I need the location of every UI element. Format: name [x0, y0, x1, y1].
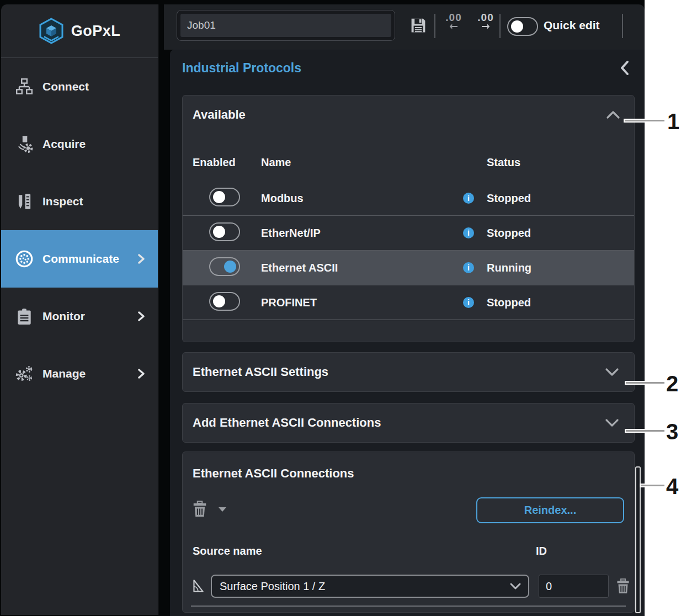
protocol-name: PROFINET — [261, 296, 463, 309]
protocol-enable-toggle[interactable] — [209, 222, 240, 241]
callout-line-3 — [625, 429, 666, 433]
section-title: Ethernet ASCII Settings — [193, 365, 328, 379]
quick-edit-label: Quick edit — [544, 19, 600, 32]
section-ethernet-ascii-settings[interactable]: Ethernet ASCII Settings — [182, 352, 635, 392]
inspect-icon — [13, 192, 35, 211]
protocol-status: Stopped — [487, 192, 531, 205]
protocol-name: EtherNet/IP — [261, 227, 463, 240]
sidebar-item-label: Acquire — [42, 137, 86, 151]
measurement-type-icon — [191, 578, 205, 594]
sidebar-item-label: Communicate — [42, 252, 119, 265]
page-title: Industrial Protocols — [182, 61, 301, 76]
source-name-value: Surface Position 1 / Z — [220, 580, 325, 593]
row-divider — [191, 606, 626, 607]
industrial-protocols-panel: Industrial Protocols Available Enabled N… — [170, 50, 645, 616]
protocol-table-header: Enabled Name Status — [193, 156, 520, 169]
decimal-increase-label: .00 — [477, 12, 493, 24]
save-icon — [408, 15, 428, 35]
sidebar-nav: Connect Acquire — [1, 58, 158, 402]
chevron-left-icon — [619, 60, 630, 76]
protocol-status: Stopped — [487, 296, 531, 309]
app-logo-text: GoPxL — [71, 23, 121, 40]
callout-line-1 — [624, 119, 666, 123]
protocol-table: Modbus iStopped EtherNet/IP iStopped Eth… — [183, 181, 634, 320]
source-name-select[interactable]: Surface Position 1 / Z — [211, 575, 529, 598]
sidebar: GoPxL Connect — [1, 4, 158, 615]
delete-connection-row-button[interactable] — [616, 578, 630, 594]
gears-icon — [13, 364, 35, 383]
section-add-ethernet-ascii-connections[interactable]: Add Ethernet ASCII Connections — [182, 403, 635, 443]
callout-line-4 — [640, 484, 666, 487]
section-title-available: Available — [193, 108, 246, 122]
collapse-available-button[interactable] — [605, 110, 621, 120]
info-icon[interactable]: i — [463, 193, 474, 204]
decimal-decrease-button[interactable]: .00 — [440, 12, 467, 29]
caret-down-icon — [218, 506, 227, 512]
protocol-row-ethernet-ascii[interactable]: Ethernet ASCII iRunning — [183, 251, 634, 285]
callout-number-2: 2 — [666, 373, 678, 395]
toggle-knob — [224, 261, 236, 273]
chevron-up-icon — [605, 110, 621, 120]
info-icon[interactable]: i — [463, 262, 474, 273]
clipboard-icon — [13, 307, 35, 326]
callout-line-2 — [625, 381, 666, 385]
arrow-left-icon — [449, 24, 459, 29]
sidebar-item-acquire[interactable]: Acquire — [1, 115, 158, 173]
protocol-name: Modbus — [261, 192, 463, 205]
sidebar-item-connect[interactable]: Connect — [1, 58, 158, 115]
callout-number-1: 1 — [667, 110, 679, 132]
column-header-source-name: Source name — [193, 545, 262, 557]
delete-options-caret-button[interactable] — [218, 506, 227, 512]
gopxl-logo-icon — [39, 18, 64, 44]
protocol-enable-toggle[interactable] — [209, 257, 240, 276]
chevron-down-icon — [509, 582, 522, 590]
connections-table-header: Source name ID — [193, 545, 624, 557]
sidebar-item-communicate[interactable]: Communicate — [1, 230, 158, 288]
protocol-enable-toggle[interactable] — [209, 188, 240, 206]
protocol-status: Running — [487, 262, 531, 274]
save-job-button[interactable] — [408, 15, 428, 37]
toolbar-divider — [499, 14, 501, 38]
callout-number-3: 3 — [666, 421, 678, 443]
chevron-right-icon — [137, 252, 146, 265]
chevron-right-icon — [137, 310, 146, 323]
connection-row: Surface Position 1 / Z — [191, 575, 630, 598]
toggle-knob — [511, 20, 523, 33]
info-icon[interactable]: i — [463, 227, 474, 238]
protocol-row-ethernetip[interactable]: EtherNet/IP iStopped — [183, 216, 634, 251]
vertical-scrollbar[interactable] — [635, 466, 641, 613]
info-icon[interactable]: i — [463, 297, 474, 308]
sidebar-item-label: Monitor — [42, 310, 85, 323]
column-header-status: Status — [487, 156, 520, 169]
trash-icon — [616, 578, 630, 594]
delete-connections-button[interactable] — [193, 501, 207, 517]
reindex-button[interactable]: Reindex... — [476, 497, 624, 523]
sidebar-item-inspect[interactable]: Inspect — [1, 173, 158, 230]
protocol-enable-toggle[interactable] — [209, 292, 240, 311]
decimal-decrease-label: .00 — [445, 12, 461, 24]
protocol-row-modbus[interactable]: Modbus iStopped — [183, 181, 634, 216]
decimal-increase-button[interactable]: .00 — [472, 12, 499, 29]
collapse-panel-button[interactable] — [619, 60, 630, 78]
sidebar-item-manage[interactable]: Manage — [1, 345, 158, 402]
protocol-status: Stopped — [487, 227, 531, 240]
column-header-enabled: Enabled — [193, 156, 261, 169]
section-title-connections: Ethernet ASCII Connections — [193, 466, 354, 481]
protocol-row-profinet[interactable]: PROFINET iStopped — [183, 285, 634, 320]
available-protocols-card: Available Enabled Name Status Modbus iSt… — [182, 95, 635, 342]
toggle-knob — [213, 226, 225, 238]
arrow-right-icon — [481, 24, 491, 29]
trash-icon — [193, 501, 207, 517]
chevron-right-icon — [137, 367, 146, 380]
connector-icon — [13, 249, 35, 269]
callout-number-4: 4 — [666, 475, 678, 497]
app-logo: GoPxL — [1, 4, 158, 58]
sidebar-item-monitor[interactable]: Monitor — [1, 288, 158, 345]
chevron-down-icon — [604, 418, 620, 428]
sidebar-item-label: Inspect — [42, 195, 83, 208]
screenshot: GoPxL Connect — [0, 0, 681, 616]
job-name-input[interactable] — [180, 14, 391, 37]
quick-edit-toggle[interactable] — [507, 17, 538, 36]
connection-id-input[interactable] — [539, 575, 609, 598]
column-header-name: Name — [261, 156, 487, 169]
